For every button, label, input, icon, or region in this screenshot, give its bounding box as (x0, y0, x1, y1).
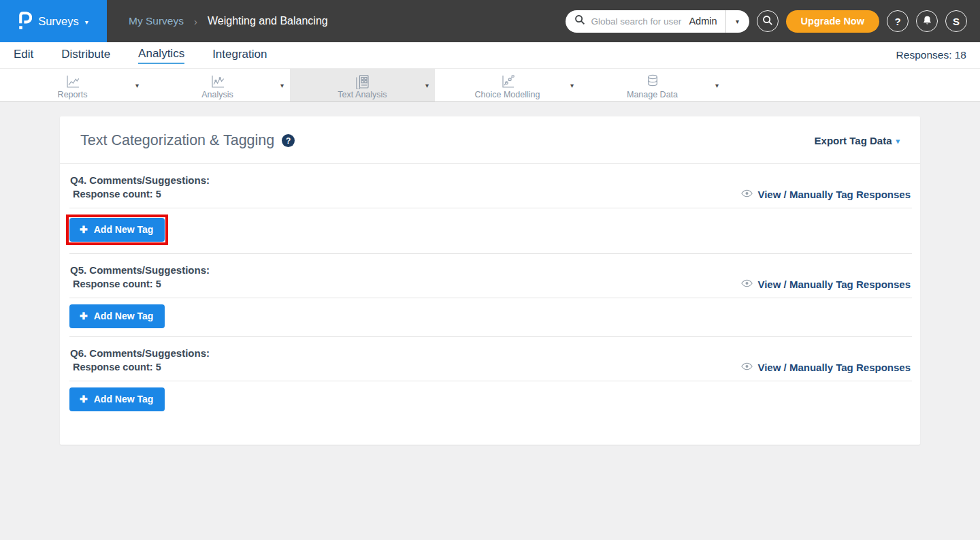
question-title: Q5. Comments/Suggestions: (70, 263, 210, 277)
toolbar-tab-label: Text Analysis (338, 90, 387, 99)
chevron-down-icon: ▾ (736, 18, 739, 25)
search-icon (762, 15, 773, 28)
chevron-down-icon: ▾ (570, 82, 574, 89)
search-scope-label[interactable]: Admin (689, 16, 717, 27)
question-row: Q5. Comments/Suggestions: Response count… (69, 254, 912, 298)
plus-icon: ✚ (80, 394, 88, 404)
response-count: Response count: 5 (70, 277, 210, 291)
bell-icon (921, 14, 933, 29)
survey-nav: Edit Distribute Analytics Integration Re… (0, 42, 980, 68)
view-manually-tag-label: View / Manually Tag Responses (757, 362, 911, 373)
top-bar: Surveys ▾ My Surveys › Weighting and Bal… (0, 0, 980, 42)
toolbar-tab-choice-modelling[interactable]: Choice Modelling ▾ (435, 69, 580, 101)
question-row: Q4. Comments/Suggestions: Response count… (69, 164, 912, 208)
add-new-tag-button[interactable]: ✚ Add New Tag (69, 218, 165, 242)
global-search-input[interactable] (591, 16, 685, 27)
export-tag-data-button[interactable]: Export Tag Data ▾ (815, 135, 900, 146)
toolbar-tab-reports[interactable]: Reports ▾ (0, 69, 145, 101)
help-button[interactable]: ? (887, 10, 909, 32)
question-sections: Q4. Comments/Suggestions: Response count… (60, 164, 920, 419)
toolbar-tab-label: Reports (58, 90, 88, 99)
notifications-button[interactable] (916, 10, 938, 32)
question-section-q6: Q6. Comments/Suggestions: Response count… (69, 337, 912, 419)
chevron-down-icon: ▾ (135, 82, 139, 89)
chevron-down-icon: ▾ (85, 17, 88, 26)
questionpro-logo-icon (18, 11, 32, 32)
add-tag-row: ✚ Add New Tag (69, 208, 912, 253)
toolbar-tab-analysis[interactable]: Analysis ▾ (145, 69, 290, 101)
surveys-label: Surveys (38, 15, 79, 28)
response-count: Response count: 5 (70, 187, 210, 202)
search-scope-dropdown[interactable]: ▾ (726, 18, 749, 25)
question-row: Q6. Comments/Suggestions: Response count… (69, 337, 912, 381)
export-tag-data-label: Export Tag Data (815, 135, 892, 146)
question-info: Q5. Comments/Suggestions: Response count… (70, 263, 210, 291)
view-manually-tag-label: View / Manually Tag Responses (757, 189, 911, 200)
analysis-chart-icon (210, 73, 226, 89)
toolbar-tab-label: Manage Data (627, 90, 678, 99)
tab-distribute[interactable]: Distribute (61, 48, 110, 63)
add-new-tag-button[interactable]: ✚ Add New Tag (69, 304, 165, 328)
toolbar-tab-manage-data[interactable]: Manage Data ▾ (580, 69, 725, 101)
chevron-down-icon: ▾ (280, 82, 284, 89)
avatar[interactable]: S (945, 10, 967, 32)
question-title: Q6. Comments/Suggestions: (70, 346, 210, 360)
question-info: Q4. Comments/Suggestions: Response count… (70, 173, 210, 202)
question-icon: ? (894, 16, 900, 27)
view-manually-tag-link[interactable]: View / Manually Tag Responses (741, 278, 911, 290)
plus-icon: ✚ (80, 311, 88, 321)
plus-icon: ✚ (80, 224, 88, 235)
breadcrumb-separator-icon: › (194, 16, 197, 27)
analytics-toolbar: Reports ▾ Analysis ▾ Text Analysis ▾ (0, 68, 980, 102)
add-new-tag-label: Add New Tag (94, 224, 154, 235)
chevron-down-icon: ▾ (896, 136, 900, 146)
page-title-text: Text Categorization & Tagging (80, 132, 274, 149)
toolbar-tab-label: Choice Modelling (475, 90, 540, 99)
question-circle-icon[interactable]: ? (282, 134, 295, 147)
breadcrumb: My Surveys › Weighting and Balancing (129, 15, 328, 27)
question-glyph: ? (286, 136, 291, 146)
topbar-actions: Admin ▾ Upgrade Now ? S (566, 10, 980, 33)
highlight-annotation: ✚ Add New Tag (66, 215, 168, 245)
question-info: Q6. Comments/Suggestions: Response count… (70, 346, 210, 375)
view-manually-tag-link[interactable]: View / Manually Tag Responses (741, 361, 911, 373)
search-button[interactable] (757, 10, 779, 32)
add-tag-row: ✚ Add New Tag (69, 298, 912, 336)
response-count: Response count: 5 (70, 360, 210, 375)
eye-icon (741, 278, 753, 290)
view-manually-tag-label: View / Manually Tag Responses (757, 279, 911, 290)
text-document-icon (355, 73, 371, 89)
global-search: Admin ▾ (566, 10, 749, 33)
add-new-tag-label: Add New Tag (94, 394, 154, 404)
responses-count: Responses: 18 (896, 49, 966, 61)
page-title: Text Categorization & Tagging ? (80, 132, 295, 149)
eye-icon (741, 188, 753, 200)
card-header: Text Categorization & Tagging ? Export T… (60, 116, 920, 163)
eye-icon (741, 361, 753, 373)
add-new-tag-label: Add New Tag (94, 311, 154, 321)
breadcrumb-my-surveys[interactable]: My Surveys (129, 15, 184, 27)
text-tagging-card: Text Categorization & Tagging ? Export T… (60, 116, 920, 445)
line-chart-icon (65, 73, 81, 89)
surveys-menu-button[interactable]: Surveys ▾ (0, 0, 107, 42)
breadcrumb-current-survey: Weighting and Balancing (208, 15, 328, 27)
search-icon (574, 14, 585, 28)
toolbar-tab-label: Analysis (201, 90, 233, 99)
tab-integration[interactable]: Integration (212, 48, 267, 63)
add-new-tag-button[interactable]: ✚ Add New Tag (69, 387, 165, 411)
choice-chart-icon (500, 73, 516, 89)
chevron-down-icon: ▾ (425, 82, 429, 89)
question-section-q5: Q5. Comments/Suggestions: Response count… (69, 254, 912, 336)
question-title: Q4. Comments/Suggestions: (70, 173, 210, 187)
chevron-down-icon: ▾ (715, 82, 719, 89)
content-area: Text Categorization & Tagging ? Export T… (0, 102, 980, 445)
database-icon (644, 73, 661, 89)
view-manually-tag-link[interactable]: View / Manually Tag Responses (741, 188, 911, 200)
add-tag-row: ✚ Add New Tag (69, 381, 912, 419)
toolbar-tab-text-analysis[interactable]: Text Analysis ▾ (290, 69, 435, 101)
tab-edit[interactable]: Edit (14, 48, 33, 63)
upgrade-button[interactable]: Upgrade Now (786, 10, 879, 33)
avatar-initial: S (953, 16, 960, 27)
tab-analytics[interactable]: Analytics (138, 47, 184, 64)
question-section-q4: Q4. Comments/Suggestions: Response count… (69, 164, 912, 253)
